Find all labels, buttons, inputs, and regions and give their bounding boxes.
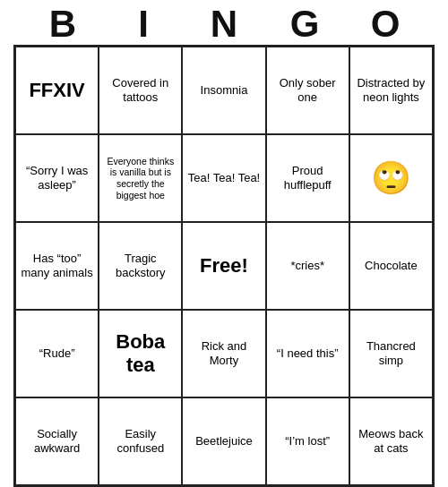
cell-r1-c1: Everyone thinks is vanilla but is secret… [99, 134, 182, 222]
cell-r1-c2: Tea! Tea! Tea! [182, 134, 265, 222]
cell-r3-c3: “I need this” [266, 310, 349, 397]
cell-r4-c2: Beetlejuice [182, 397, 265, 485]
cell-r4-c3: “I’m lost” [266, 397, 349, 485]
cell-r3-c0: “Rude” [15, 310, 99, 397]
cell-r4-c4: Meows back at cats [349, 397, 433, 485]
cell-r0-c3: Only sober one [266, 47, 349, 134]
cell-r0-c0: FFXIV [15, 47, 99, 134]
cell-r2-c2: Free! [182, 222, 265, 310]
cell-r0-c2: Insomnia [182, 47, 265, 134]
bingo-letter-b: B [22, 5, 103, 43]
bingo-letter-g: G [264, 5, 345, 43]
bingo-header: BINGO [13, 0, 435, 45]
bingo-letter-o: O [345, 5, 426, 43]
cell-r1-c4: 🙄 [349, 134, 433, 222]
cell-r3-c1: Boba tea [99, 310, 182, 397]
cell-r1-c0: “Sorry I was asleep” [15, 134, 99, 222]
cell-r0-c4: Distracted by neon lights [349, 47, 433, 134]
cell-r1-c3: Proud hufflepuff [266, 134, 349, 222]
bingo-letter-n: N [184, 5, 264, 43]
cell-r3-c4: Thancred simp [349, 310, 433, 397]
cell-r2-c4: Chocolate [349, 222, 433, 310]
cell-r4-c0: Socially awkward [15, 397, 99, 485]
cell-r3-c2: Rick and Morty [182, 310, 265, 397]
bingo-letter-i: I [103, 5, 184, 43]
cell-r0-c1: Covered in tattoos [99, 47, 182, 134]
cell-r2-c1: Tragic backstory [99, 222, 182, 310]
bingo-grid: FFXIVCovered in tattoosInsomniaOnly sobe… [13, 45, 435, 487]
cell-r4-c1: Easily confused [99, 397, 182, 485]
cell-r2-c3: *cries* [266, 222, 349, 310]
cell-r2-c0: Has “too” many animals [15, 222, 99, 310]
